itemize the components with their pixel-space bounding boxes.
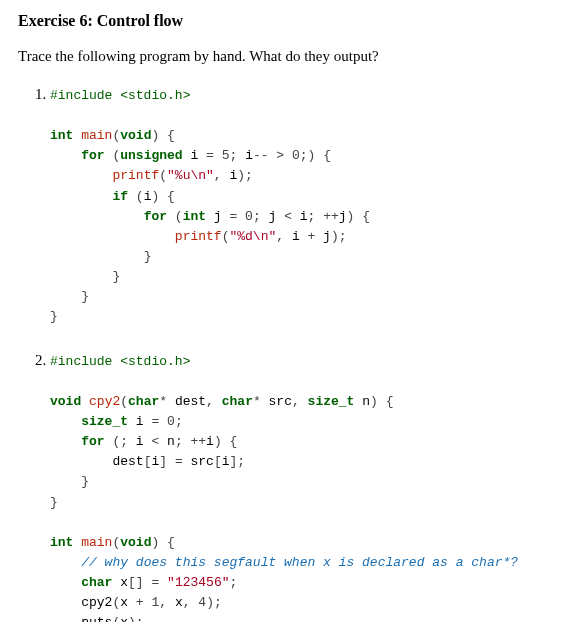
- keyword-char: char: [81, 575, 112, 590]
- code-block-1: #include <stdio.h> int main(void) { for …: [50, 86, 584, 328]
- number-literal: 5: [222, 148, 230, 163]
- number-literal: 0: [167, 414, 175, 429]
- exercise-prompt: Trace the following program by hand. Wha…: [18, 46, 584, 66]
- keyword-int: int: [183, 209, 206, 224]
- number-literal: 4: [198, 595, 206, 610]
- keyword-for: for: [144, 209, 167, 224]
- fn-printf: printf: [175, 229, 222, 244]
- include-path: <stdio.h>: [120, 88, 190, 103]
- code-block-2: #include <stdio.h> void cpy2(char* dest,…: [50, 352, 584, 622]
- keyword-for: for: [81, 148, 104, 163]
- string-literal: "%d\n": [229, 229, 276, 244]
- keyword-int: int: [50, 535, 73, 550]
- keyword-for: for: [81, 434, 104, 449]
- preproc-token: #include: [50, 354, 120, 369]
- keyword-void: void: [50, 394, 81, 409]
- fn-puts: puts: [81, 615, 112, 622]
- number-literal: 0: [245, 209, 253, 224]
- exercise-title: Exercise 6: Control flow: [18, 10, 584, 32]
- list-item: #include <stdio.h> int main(void) { for …: [50, 84, 584, 328]
- code-comment: // why does this segfault when x is decl…: [81, 555, 518, 570]
- string-literal: "123456": [167, 575, 229, 590]
- fn-main: main: [81, 128, 112, 143]
- keyword-sizet: size_t: [308, 394, 355, 409]
- exercise-list: #include <stdio.h> int main(void) { for …: [18, 84, 584, 622]
- keyword-void: void: [120, 535, 151, 550]
- keyword-char: char: [222, 394, 253, 409]
- string-literal: "%u\n": [167, 168, 214, 183]
- list-item: #include <stdio.h> void cpy2(char* dest,…: [50, 350, 584, 622]
- fn-printf: printf: [112, 168, 159, 183]
- number-literal: 0: [292, 148, 300, 163]
- keyword-int: int: [50, 128, 73, 143]
- keyword-unsigned: unsigned: [120, 148, 182, 163]
- keyword-sizet: size_t: [81, 414, 128, 429]
- fn-main: main: [81, 535, 112, 550]
- keyword-void: void: [120, 128, 151, 143]
- include-path: <stdio.h>: [120, 354, 190, 369]
- keyword-if: if: [112, 189, 128, 204]
- keyword-char: char: [128, 394, 159, 409]
- preproc-token: #include: [50, 88, 120, 103]
- fn-cpy2: cpy2: [89, 394, 120, 409]
